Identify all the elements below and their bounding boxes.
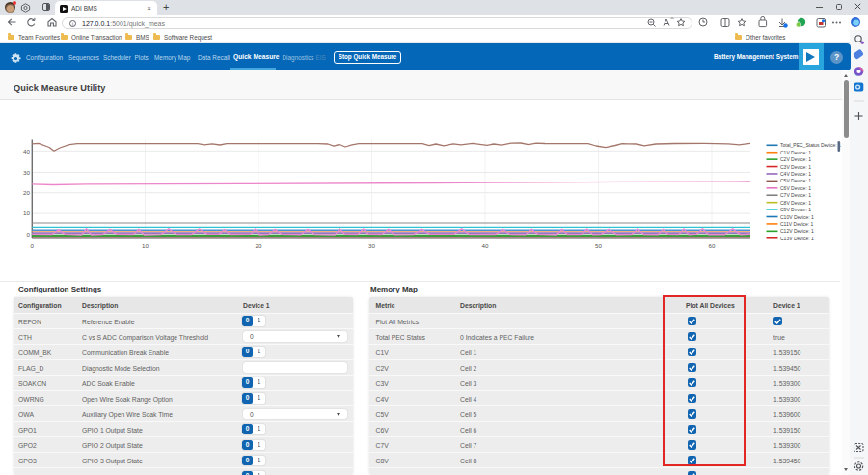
- svg-text:20: 20: [256, 242, 262, 249]
- svg-text:C4V Device: 1: C4V Device: 1: [780, 171, 811, 177]
- svg-text:C5V Device: 1: C5V Device: 1: [780, 178, 811, 183]
- svg-text:0: 0: [31, 242, 35, 249]
- svg-text:C3V Device: 1: C3V Device: 1: [780, 164, 811, 170]
- svg-text:C10V Device: 1: C10V Device: 1: [780, 214, 814, 220]
- svg-text:60: 60: [709, 242, 716, 249]
- svg-text:C13V Device: 1: C13V Device: 1: [780, 236, 814, 241]
- svg-text:C6V Device: 1: C6V Device: 1: [780, 185, 811, 191]
- svg-text:C1V Device: 1: C1V Device: 1: [780, 150, 811, 155]
- svg-text:C11V Device: 1: C11V Device: 1: [780, 221, 814, 227]
- svg-text:10: 10: [142, 242, 149, 249]
- svg-text:30: 30: [368, 242, 375, 249]
- svg-text:50: 50: [595, 242, 602, 249]
- svg-text:Total_PEC_Status Device: 1: Total_PEC_Status Device: 1: [780, 142, 841, 148]
- svg-text:C2V Device: 1: C2V Device: 1: [780, 156, 811, 162]
- svg-text:C9V Device: 1: C9V Device: 1: [780, 207, 811, 212]
- svg-text:0: 0: [27, 231, 31, 238]
- svg-text:20: 20: [23, 189, 30, 196]
- svg-text:30: 30: [23, 169, 30, 176]
- svg-text:10: 10: [23, 210, 30, 216]
- svg-text:40: 40: [23, 148, 30, 154]
- svg-text:C12V Device: 1: C12V Device: 1: [780, 228, 814, 234]
- svg-text:C7V Device: 1: C7V Device: 1: [780, 192, 811, 198]
- svg-text:40: 40: [482, 242, 489, 249]
- svg-text:C8V Device: 1: C8V Device: 1: [780, 200, 811, 206]
